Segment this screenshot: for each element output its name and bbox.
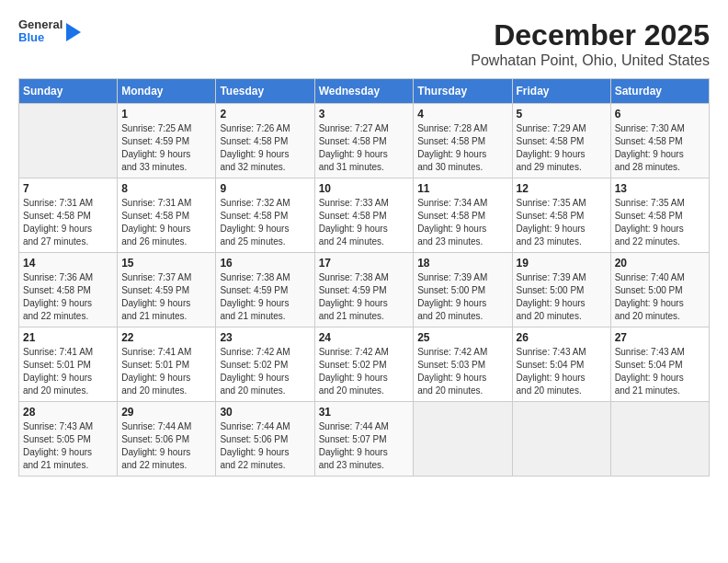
- day-number: 1: [121, 108, 211, 121]
- calendar-cell: 12Sunrise: 7:35 AMSunset: 4:58 PMDayligh…: [512, 178, 610, 253]
- day-number: 13: [615, 182, 705, 195]
- day-info: Sunrise: 7:34 AMSunset: 4:58 PMDaylight:…: [417, 197, 507, 248]
- calendar-cell: 4Sunrise: 7:28 AMSunset: 4:58 PMDaylight…: [414, 104, 512, 178]
- day-number: 26: [517, 331, 607, 344]
- page-header: General Blue December 2025 Powhatan Poin…: [18, 18, 710, 69]
- day-number: 4: [417, 108, 507, 121]
- calendar-cell: [19, 104, 118, 178]
- day-info: Sunrise: 7:44 AMSunset: 5:06 PMDaylight:…: [121, 420, 211, 472]
- day-info: Sunrise: 7:42 AMSunset: 5:03 PMDaylight:…: [417, 346, 507, 397]
- day-info: Sunrise: 7:40 AMSunset: 5:00 PMDaylight:…: [615, 271, 705, 323]
- day-number: 18: [417, 257, 507, 270]
- day-info: Sunrise: 7:42 AMSunset: 5:02 PMDaylight:…: [319, 346, 410, 397]
- day-of-week-header: Saturday: [610, 79, 709, 104]
- day-number: 10: [319, 182, 410, 195]
- page-title: December 2025: [471, 18, 710, 52]
- day-number: 27: [615, 331, 705, 344]
- day-number: 25: [417, 331, 507, 344]
- calendar-cell: 26Sunrise: 7:43 AMSunset: 5:04 PMDayligh…: [512, 327, 610, 402]
- day-info: Sunrise: 7:33 AMSunset: 4:58 PMDaylight:…: [319, 197, 410, 248]
- calendar-cell: 8Sunrise: 7:31 AMSunset: 4:58 PMDaylight…: [118, 178, 216, 253]
- calendar-cell: 1Sunrise: 7:25 AMSunset: 4:59 PMDaylight…: [118, 104, 216, 178]
- calendar-week-row: 28Sunrise: 7:43 AMSunset: 5:05 PMDayligh…: [19, 402, 710, 477]
- day-number: 11: [417, 182, 507, 195]
- day-number: 29: [121, 406, 211, 419]
- calendar-cell: 22Sunrise: 7:41 AMSunset: 5:01 PMDayligh…: [118, 327, 216, 402]
- logo-blue: Blue: [18, 31, 63, 44]
- calendar-table: SundayMondayTuesdayWednesdayThursdayFrid…: [18, 78, 710, 477]
- day-number: 3: [319, 108, 410, 121]
- calendar-cell: 11Sunrise: 7:34 AMSunset: 4:58 PMDayligh…: [414, 178, 512, 253]
- calendar-week-row: 14Sunrise: 7:36 AMSunset: 4:58 PMDayligh…: [19, 253, 710, 327]
- page-subtitle: Powhatan Point, Ohio, United States: [471, 52, 710, 69]
- calendar-cell: 16Sunrise: 7:38 AMSunset: 4:59 PMDayligh…: [216, 253, 314, 327]
- day-number: 2: [220, 108, 310, 121]
- day-info: Sunrise: 7:28 AMSunset: 4:58 PMDaylight:…: [417, 122, 507, 174]
- day-of-week-header: Tuesday: [216, 79, 314, 104]
- day-info: Sunrise: 7:35 AMSunset: 4:58 PMDaylight:…: [517, 197, 607, 248]
- calendar-cell: [610, 402, 709, 477]
- calendar-cell: 9Sunrise: 7:32 AMSunset: 4:58 PMDaylight…: [216, 178, 314, 253]
- calendar-cell: 2Sunrise: 7:26 AMSunset: 4:58 PMDaylight…: [216, 104, 314, 178]
- calendar-week-row: 7Sunrise: 7:31 AMSunset: 4:58 PMDaylight…: [19, 178, 710, 253]
- day-info: Sunrise: 7:38 AMSunset: 4:59 PMDaylight:…: [220, 271, 310, 323]
- calendar-cell: 28Sunrise: 7:43 AMSunset: 5:05 PMDayligh…: [19, 402, 118, 477]
- day-number: 16: [220, 257, 310, 270]
- day-number: 14: [23, 257, 113, 270]
- day-info: Sunrise: 7:41 AMSunset: 5:01 PMDaylight:…: [121, 346, 211, 397]
- day-info: Sunrise: 7:30 AMSunset: 4:58 PMDaylight:…: [615, 122, 705, 174]
- calendar-week-row: 1Sunrise: 7:25 AMSunset: 4:59 PMDaylight…: [19, 104, 710, 178]
- day-of-week-header: Thursday: [414, 79, 512, 104]
- day-number: 21: [23, 331, 113, 344]
- days-of-week-row: SundayMondayTuesdayWednesdayThursdayFrid…: [19, 79, 710, 104]
- calendar-cell: 3Sunrise: 7:27 AMSunset: 4:58 PMDaylight…: [314, 104, 414, 178]
- day-of-week-header: Friday: [512, 79, 610, 104]
- day-info: Sunrise: 7:27 AMSunset: 4:58 PMDaylight:…: [319, 122, 410, 174]
- day-info: Sunrise: 7:25 AMSunset: 4:59 PMDaylight:…: [121, 122, 211, 174]
- day-info: Sunrise: 7:31 AMSunset: 4:58 PMDaylight:…: [23, 197, 113, 248]
- day-number: 30: [220, 406, 310, 419]
- day-info: Sunrise: 7:38 AMSunset: 4:59 PMDaylight:…: [319, 271, 410, 323]
- title-block: December 2025 Powhatan Point, Ohio, Unit…: [471, 18, 710, 69]
- day-number: 23: [220, 331, 310, 344]
- calendar-cell: 7Sunrise: 7:31 AMSunset: 4:58 PMDaylight…: [19, 178, 118, 253]
- day-number: 5: [517, 108, 607, 121]
- logo-text: General Blue: [18, 18, 63, 45]
- calendar-cell: 25Sunrise: 7:42 AMSunset: 5:03 PMDayligh…: [414, 327, 512, 402]
- day-number: 17: [319, 257, 410, 270]
- day-info: Sunrise: 7:41 AMSunset: 5:01 PMDaylight:…: [23, 346, 113, 397]
- day-number: 28: [23, 406, 113, 419]
- calendar-cell: [512, 402, 610, 477]
- logo-arrow-icon: [66, 23, 81, 41]
- calendar-cell: 19Sunrise: 7:39 AMSunset: 5:00 PMDayligh…: [512, 253, 610, 327]
- day-info: Sunrise: 7:39 AMSunset: 5:00 PMDaylight:…: [417, 271, 507, 323]
- day-number: 22: [121, 331, 211, 344]
- day-number: 20: [615, 257, 705, 270]
- day-info: Sunrise: 7:35 AMSunset: 4:58 PMDaylight:…: [615, 197, 705, 248]
- calendar-header: SundayMondayTuesdayWednesdayThursdayFrid…: [19, 79, 710, 104]
- calendar-cell: 15Sunrise: 7:37 AMSunset: 4:59 PMDayligh…: [118, 253, 216, 327]
- logo: General Blue: [18, 18, 81, 45]
- day-number: 24: [319, 331, 410, 344]
- day-info: Sunrise: 7:42 AMSunset: 5:02 PMDaylight:…: [220, 346, 310, 397]
- calendar-cell: 24Sunrise: 7:42 AMSunset: 5:02 PMDayligh…: [314, 327, 414, 402]
- calendar-cell: 17Sunrise: 7:38 AMSunset: 4:59 PMDayligh…: [314, 253, 414, 327]
- calendar-cell: 31Sunrise: 7:44 AMSunset: 5:07 PMDayligh…: [314, 402, 414, 477]
- calendar-cell: 6Sunrise: 7:30 AMSunset: 4:58 PMDaylight…: [610, 104, 709, 178]
- day-of-week-header: Sunday: [19, 79, 118, 104]
- day-info: Sunrise: 7:44 AMSunset: 5:06 PMDaylight:…: [220, 420, 310, 472]
- day-info: Sunrise: 7:43 AMSunset: 5:04 PMDaylight:…: [615, 346, 705, 397]
- day-of-week-header: Wednesday: [314, 79, 414, 104]
- calendar-cell: 23Sunrise: 7:42 AMSunset: 5:02 PMDayligh…: [216, 327, 314, 402]
- day-info: Sunrise: 7:43 AMSunset: 5:04 PMDaylight:…: [517, 346, 607, 397]
- day-of-week-header: Monday: [118, 79, 216, 104]
- day-number: 31: [319, 406, 410, 419]
- calendar-body: 1Sunrise: 7:25 AMSunset: 4:59 PMDaylight…: [19, 104, 710, 477]
- calendar-cell: 29Sunrise: 7:44 AMSunset: 5:06 PMDayligh…: [118, 402, 216, 477]
- day-number: 6: [615, 108, 705, 121]
- day-number: 8: [121, 182, 211, 195]
- day-info: Sunrise: 7:37 AMSunset: 4:59 PMDaylight:…: [121, 271, 211, 323]
- day-info: Sunrise: 7:31 AMSunset: 4:58 PMDaylight:…: [121, 197, 211, 248]
- calendar-cell: 5Sunrise: 7:29 AMSunset: 4:58 PMDaylight…: [512, 104, 610, 178]
- calendar-cell: 20Sunrise: 7:40 AMSunset: 5:00 PMDayligh…: [610, 253, 709, 327]
